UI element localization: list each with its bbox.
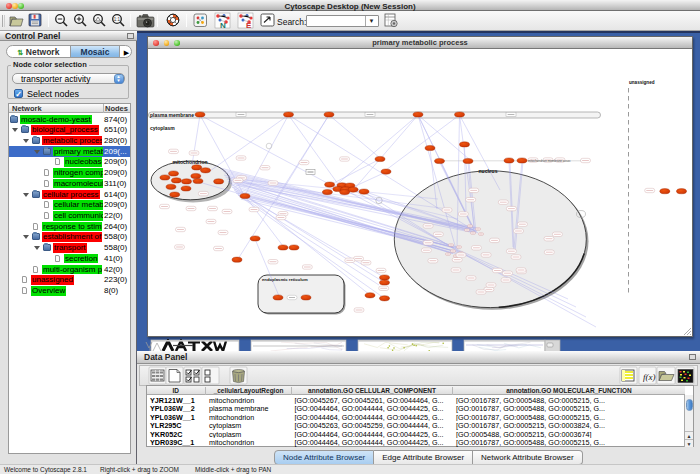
svg-text:plasma membrane: plasma membrane — [150, 112, 194, 118]
svg-text:endoplasmic reticulum: endoplasmic reticulum — [262, 277, 308, 282]
svg-text:1:1: 1:1 — [114, 17, 121, 22]
svg-text:unassigned: unassigned — [629, 80, 655, 85]
svg-text:mitochondrion membrane assoc: mitochondrion membrane assoc — [528, 159, 571, 163]
svg-text:mitochondrion: mitochondrion — [173, 159, 208, 165]
svg-text:E: E — [246, 21, 252, 30]
svg-text:N: N — [220, 21, 226, 30]
svg-text:f(x): f(x) — [643, 372, 656, 382]
svg-text:cytoplasm: cytoplasm — [150, 125, 175, 131]
